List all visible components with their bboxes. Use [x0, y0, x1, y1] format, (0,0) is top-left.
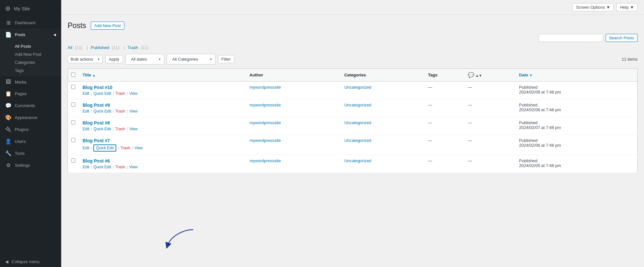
view-action[interactable]: View [129, 109, 137, 114]
collapse-icon: ◀ [5, 259, 8, 264]
appearance-icon: 🎨 [5, 114, 12, 121]
filter-button[interactable]: Filter [218, 55, 234, 63]
category-link[interactable]: Uncategorized [344, 103, 371, 107]
published-filter[interactable]: Published [91, 45, 109, 50]
post-title-link[interactable]: Blog Post #9 [83, 103, 110, 108]
quick-edit-action[interactable]: Quick Edit [93, 109, 111, 114]
tags-column-header[interactable]: Tags [425, 69, 465, 82]
topbar: Screen Options ▼ Help ▼ [61, 0, 644, 15]
category-link[interactable]: Uncategorized [344, 85, 371, 90]
site-name: My Site [14, 6, 30, 11]
author-link[interactable]: mywordpresssite [250, 138, 281, 143]
edit-action[interactable]: Edit [83, 91, 90, 96]
categories-filter-select[interactable]: All Categories [170, 55, 207, 63]
content-area: Posts Add New Post Search Posts All (11)… [61, 15, 644, 267]
tags-cell: — [425, 155, 465, 173]
comment-bubble-icon: 💬 [468, 72, 474, 78]
plugins-icon: 🔌 [5, 126, 12, 133]
title-column-header[interactable]: Title ▲ [80, 69, 246, 82]
sidebar-item-label: Media [15, 80, 26, 84]
edit-action[interactable]: Edit [83, 165, 90, 169]
dates-filter-select[interactable]: All dates [128, 55, 156, 63]
collapse-label: Collapse menu [12, 259, 40, 264]
row-checkbox[interactable] [71, 85, 75, 89]
comments-cell: — [465, 82, 516, 99]
date-value: 2024/02/08 at 7:48 pm [519, 107, 561, 112]
search-input[interactable] [539, 34, 603, 42]
search-posts-button[interactable]: Search Posts [606, 34, 638, 42]
sidebar-sub-tags[interactable]: Tags [15, 66, 61, 74]
author-link[interactable]: mywordpresssite [250, 103, 281, 107]
all-posts-filter[interactable]: All [68, 45, 72, 50]
edit-action[interactable]: Edit [83, 109, 90, 114]
settings-icon: ⚙ [5, 162, 12, 168]
collapse-menu-button[interactable]: ◀ Collapse menu [0, 256, 61, 267]
trash-action[interactable]: Trash [115, 109, 125, 114]
sidebar-sub-categories[interactable]: Categories [15, 58, 61, 66]
sidebar-item-posts[interactable]: 📄 Posts ◀ [0, 29, 61, 41]
trash-action[interactable]: Trash [115, 91, 125, 96]
date-value: 2024/02/06 at 7:48 pm [519, 143, 561, 148]
tags-cell: — [425, 99, 465, 117]
add-new-post-button[interactable]: Add New Post [91, 22, 124, 30]
post-title-link[interactable]: Blog Post #8 [83, 120, 110, 125]
sidebar-item-pages[interactable]: 📋 Pages [0, 88, 61, 100]
bulk-actions-select[interactable]: Bulk actions [68, 55, 103, 63]
quick-edit-action[interactable]: Quick Edit [93, 127, 111, 131]
edit-action[interactable]: Edit [83, 146, 90, 150]
title-sort-icon: ▲ [92, 74, 96, 77]
help-label: Help [620, 5, 629, 10]
trash-action[interactable]: Trash [115, 127, 125, 131]
sidebar-item-tools[interactable]: 🔧 Tools [0, 147, 61, 159]
author-link[interactable]: mywordpresssite [250, 85, 281, 90]
row-checkbox[interactable] [71, 103, 75, 107]
sidebar-item-settings[interactable]: ⚙ Settings [0, 159, 61, 171]
sidebar-item-users[interactable]: 👤 Users [0, 135, 61, 147]
row-checkbox[interactable] [71, 158, 75, 163]
sidebar-item-label: Users [15, 139, 26, 144]
category-link[interactable]: Uncategorized [344, 120, 371, 125]
media-icon: 🖼 [5, 79, 12, 85]
posts-table-body: Blog Post #10Edit | Quick Edit | Trash |… [68, 82, 638, 173]
category-link[interactable]: Uncategorized [344, 158, 371, 163]
quick-edit-action[interactable]: Quick Edit [93, 165, 111, 169]
edit-action[interactable]: Edit [83, 127, 90, 131]
trash-filter[interactable]: Trash [128, 45, 138, 50]
view-action[interactable]: View [129, 91, 137, 96]
view-action[interactable]: View [129, 127, 137, 131]
annotation-arrow [164, 226, 203, 249]
date-column-header[interactable]: Date ▼ [516, 69, 637, 82]
select-all-header [68, 69, 80, 82]
post-title-link[interactable]: Blog Post #6 [83, 158, 110, 163]
author-column-header[interactable]: Author [246, 69, 341, 82]
sidebar-item-label: Pages [15, 91, 27, 96]
comments-column-header[interactable]: 💬 ▲▼ [465, 69, 516, 82]
help-button[interactable]: Help ▼ [616, 3, 638, 11]
screen-options-button[interactable]: Screen Options ▼ [573, 3, 614, 11]
sidebar-item-appearance[interactable]: 🎨 Appearance [0, 112, 61, 124]
apply-button[interactable]: Apply [105, 55, 123, 63]
row-checkbox[interactable] [71, 138, 75, 142]
categories-column-header[interactable]: Categories [341, 69, 425, 82]
category-link[interactable]: Uncategorized [344, 138, 371, 143]
sidebar-item-plugins[interactable]: 🔌 Plugins [0, 124, 61, 135]
row-checkbox[interactable] [71, 120, 75, 124]
view-action[interactable]: View [129, 165, 137, 169]
trash-action[interactable]: Trash [115, 165, 125, 169]
select-all-checkbox[interactable] [71, 73, 75, 77]
quick-edit-action[interactable]: Quick Edit [93, 144, 116, 152]
sidebar-sub-all-posts[interactable]: All Posts [15, 42, 61, 50]
author-link[interactable]: mywordpresssite [250, 120, 281, 125]
site-logo[interactable]: ⊛ My Site [0, 0, 61, 17]
trash-action[interactable]: Trash [120, 146, 130, 150]
post-title-link[interactable]: Blog Post #7 [83, 138, 110, 143]
sidebar-item-media[interactable]: 🖼 Media [0, 76, 61, 88]
sidebar-item-dashboard[interactable]: ⊞ Dashboard [0, 17, 61, 29]
view-action[interactable]: View [134, 146, 143, 150]
post-title-link[interactable]: Blog Post #10 [83, 85, 113, 90]
quick-edit-action[interactable]: Quick Edit [93, 91, 111, 96]
author-link[interactable]: mywordpresssite [250, 158, 281, 163]
sidebar-item-comments[interactable]: 💬 Comments [0, 100, 61, 112]
action-separator: | [91, 146, 92, 150]
sidebar-sub-add-new[interactable]: Add New Post [15, 50, 61, 58]
